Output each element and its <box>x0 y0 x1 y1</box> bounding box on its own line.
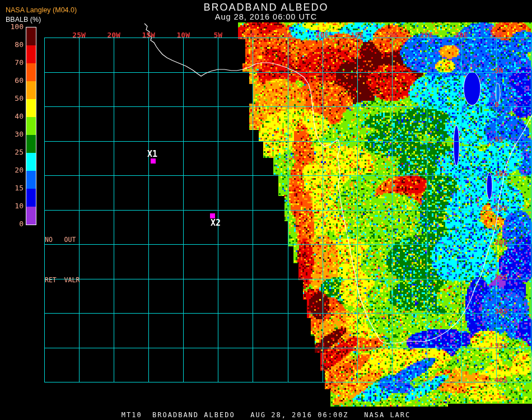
colorbar-segment <box>26 45 36 63</box>
lat-label: 5N <box>494 66 503 74</box>
colorbar-segment <box>26 99 36 117</box>
lon-label: 35E <box>484 31 508 39</box>
lon-label: 25W <box>67 31 91 39</box>
marker-label: X2 <box>211 218 221 228</box>
colorbar-segment <box>26 207 36 225</box>
retrieval-note-line: RET VALR <box>45 273 80 287</box>
marker-label: X1 <box>147 149 157 159</box>
colorbar-tick: 25 <box>3 148 24 156</box>
lon-label: 20W <box>101 31 126 39</box>
lon-label: 25E <box>414 31 439 39</box>
colorbar-tick: 15 <box>3 184 24 192</box>
colorbar-tick: 10 <box>3 202 24 210</box>
colorbar <box>26 27 36 225</box>
lon-label: 10W <box>171 31 195 39</box>
lat-label: 15S <box>494 204 507 212</box>
lat-label: 20S <box>494 238 507 246</box>
lat-label: 10S <box>494 169 507 178</box>
lat-label: 0 <box>494 100 499 109</box>
colorbar-tick: 100 <box>3 23 24 31</box>
lon-label: 15E <box>345 31 370 39</box>
colorbar-tick: 50 <box>3 95 24 102</box>
agency-label: NASA Langley (M04.0) <box>6 6 77 14</box>
map-marker <box>151 158 156 164</box>
colorbar-tick: 0 <box>3 220 24 228</box>
colorbar-segment <box>26 27 36 45</box>
colorbar-segment <box>26 135 36 153</box>
colorbar-tick: 20 <box>3 166 24 174</box>
page-title: BROADBAND ALBEDO <box>0 2 532 13</box>
colorbar-segment <box>26 117 36 135</box>
retrieval-note-line: NO OUT <box>45 233 80 246</box>
lon-label: 20E <box>380 31 404 39</box>
colorbar-tick: 70 <box>3 59 24 67</box>
lon-label: 15W <box>136 31 161 39</box>
lat-label: 35S <box>494 342 507 350</box>
colorbar-segment <box>26 81 36 99</box>
colorbar-segment <box>26 189 36 207</box>
lon-label: 0 <box>240 31 265 39</box>
lon-label: 5W <box>206 31 230 39</box>
lat-label: 40S <box>494 376 507 384</box>
lon-label: 30E <box>449 31 474 39</box>
lon-label: 10E <box>310 31 335 39</box>
colorbar-segment <box>26 63 36 81</box>
colorbar-tick: 80 <box>3 41 24 49</box>
lon-label: 5E <box>276 31 300 39</box>
page-subtitle: Aug 28, 2016 06:00 UTC <box>0 12 532 21</box>
colorbar-tick: 60 <box>3 77 24 85</box>
colorbar-segment <box>26 171 36 189</box>
lat-label: 30S <box>494 307 507 315</box>
colorbar-tick: 40 <box>3 113 24 120</box>
lat-label: 25S <box>494 273 507 281</box>
retrieval-note: NO OUT RET VALR <box>45 206 80 314</box>
albedo-map-canvas <box>0 0 532 420</box>
colorbar-tick: 30 <box>3 130 24 138</box>
lat-label: 5S <box>494 135 503 143</box>
footer-status: MT10 BROADBAND ALBEDO AUG 28, 2016 06:00… <box>0 411 532 419</box>
colorbar-segment <box>26 153 36 171</box>
albedo-map-screen: BROADBAND ALBEDO Aug 28, 2016 06:00 UTC … <box>0 0 532 420</box>
